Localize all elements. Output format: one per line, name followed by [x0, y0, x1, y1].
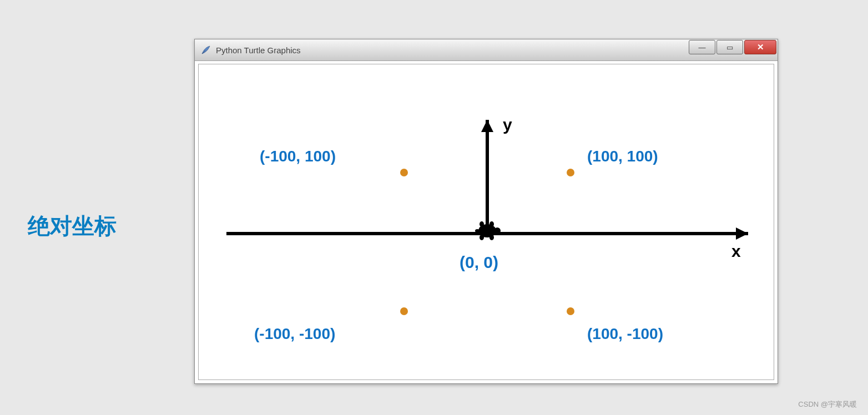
close-icon: ✕: [757, 42, 764, 52]
window-titlebar[interactable]: Python Turtle Graphics — ▭ ✕: [195, 39, 778, 61]
point-q4-label: (100, -100): [587, 325, 663, 343]
side-heading: 绝对坐标: [28, 211, 117, 241]
svg-point-7: [480, 221, 484, 227]
svg-point-10: [489, 235, 494, 240]
svg-point-8: [480, 235, 484, 240]
maximize-icon: ▭: [726, 43, 733, 52]
point-q3-dot: [400, 307, 408, 315]
app-window: Python Turtle Graphics — ▭ ✕: [194, 39, 778, 384]
window-controls: — ▭ ✕: [689, 39, 778, 55]
point-q2-dot: [400, 169, 408, 176]
turtle-canvas: y x (0, 0) (-100, 100) (100, 100) (-100,…: [198, 64, 774, 380]
watermark-text: CSDN @宇寒风暖: [798, 399, 857, 409]
maximize-button[interactable]: ▭: [716, 40, 743, 54]
point-q1-dot: [567, 169, 574, 176]
minimize-icon: —: [699, 43, 706, 52]
x-axis-label: x: [731, 242, 741, 261]
svg-point-11: [475, 229, 480, 232]
origin-label: (0, 0): [460, 253, 498, 272]
y-axis-label: y: [503, 115, 512, 134]
close-button[interactable]: ✕: [744, 40, 776, 54]
svg-point-9: [489, 221, 494, 227]
svg-marker-4: [481, 120, 493, 132]
point-q1-label: (100, 100): [587, 148, 658, 165]
svg-marker-2: [736, 227, 748, 240]
turtle-icon: [475, 221, 501, 240]
svg-point-6: [494, 227, 501, 234]
point-q4-dot: [567, 307, 574, 315]
point-q3-label: (-100, -100): [254, 325, 335, 343]
minimize-button[interactable]: —: [689, 40, 715, 54]
app-feather-icon: [200, 44, 211, 55]
point-q2-label: (-100, 100): [260, 148, 336, 165]
window-title-text: Python Turtle Graphics: [216, 45, 301, 55]
